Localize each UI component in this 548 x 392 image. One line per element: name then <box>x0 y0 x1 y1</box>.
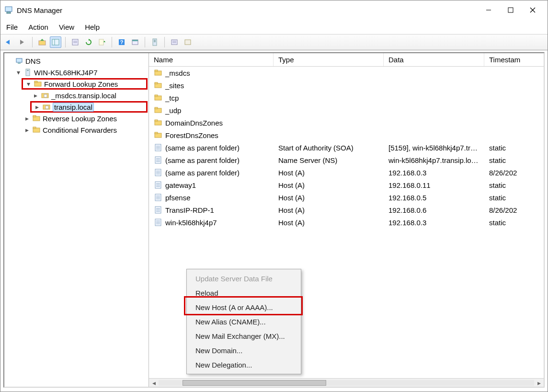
record-data: 192.168.0.11 <box>384 181 484 189</box>
svg-rect-16 <box>99 39 103 45</box>
record-icon <box>154 218 162 227</box>
record-type: Host (A) <box>274 206 384 214</box>
table-row[interactable]: pfsenseHost (A)192.168.0.5static <box>149 191 544 204</box>
titlebar: DNS Manager <box>0 0 548 20</box>
chevron-right-icon[interactable]: ▸ <box>23 127 30 133</box>
scroll-right-icon[interactable]: ▸ <box>535 380 543 386</box>
column-timestamp[interactable]: Timestam <box>484 53 544 66</box>
svg-rect-44 <box>155 70 158 71</box>
tree-server[interactable]: ▾ WIN-K5L68HKJ4P7 <box>15 67 148 78</box>
ctx-new-alias[interactable]: New Alias (CNAME)... <box>188 314 300 329</box>
svg-rect-54 <box>155 132 158 134</box>
folder-icon <box>154 93 162 102</box>
svg-rect-21 <box>132 40 138 41</box>
scroll-track[interactable] <box>159 380 534 386</box>
table-row[interactable]: ForestDnsZones <box>149 129 544 141</box>
filter-button[interactable] <box>182 36 194 48</box>
table-row[interactable]: (same as parent folder)Name Server (NS)w… <box>149 154 544 166</box>
back-button[interactable] <box>3 36 15 48</box>
toolbar-separator <box>32 37 33 47</box>
tree-zone-transip[interactable]: ▸ transip.local <box>30 101 148 113</box>
table-row[interactable]: DomainDnsZones <box>149 116 544 129</box>
tree-reverse-lookup-zones[interactable]: ▸ Reverse Lookup Zones <box>23 113 148 124</box>
record-name: gateway1 <box>165 181 196 189</box>
table-row[interactable]: gateway1Host (A)192.168.0.11static <box>149 179 544 191</box>
menu-help[interactable]: Help <box>85 23 100 31</box>
list-header: Name Type Data Timestam <box>149 53 544 67</box>
record-type: Host (A) <box>274 194 384 202</box>
chevron-down-icon[interactable]: ▾ <box>25 81 32 87</box>
tree-root-dns[interactable]: DNS <box>6 55 148 67</box>
svg-rect-32 <box>27 70 29 71</box>
chevron-right-icon[interactable]: ▸ <box>32 92 39 99</box>
server-icon-button[interactable] <box>149 36 160 48</box>
chevron-right-icon[interactable]: ▸ <box>34 104 40 110</box>
record-name: (same as parent folder) <box>165 156 240 164</box>
menu-view[interactable]: View <box>59 23 74 31</box>
up-folder-button[interactable] <box>36 36 48 48</box>
svg-rect-10 <box>52 39 59 45</box>
chevron-right-icon[interactable]: ▸ <box>23 115 30 122</box>
chevron-down-icon[interactable]: ▾ <box>15 69 22 76</box>
folder-icon <box>154 118 162 127</box>
folder-icon <box>34 80 42 88</box>
record-data: [5159], win-k5l68hkj4p7.tra... <box>384 144 484 152</box>
folder-icon <box>154 106 162 115</box>
svg-rect-38 <box>46 106 48 109</box>
svg-rect-52 <box>155 120 158 121</box>
ctx-new-domain[interactable]: New Domain... <box>188 343 300 357</box>
record-timestamp: static <box>484 194 544 202</box>
table-row[interactable]: (same as parent folder)Host (A)192.168.0… <box>149 166 544 179</box>
maximize-button[interactable] <box>500 2 522 18</box>
record-name: _tcp <box>165 94 179 102</box>
record-name: _sites <box>165 81 184 90</box>
table-row[interactable]: (same as parent folder)Start of Authorit… <box>149 141 544 154</box>
table-row[interactable]: TransIP-RDP-1Host (A)192.168.0.68/26/202 <box>149 204 544 216</box>
close-button[interactable] <box>522 2 544 18</box>
show-tree-button[interactable] <box>50 36 61 48</box>
column-type[interactable]: Type <box>274 53 384 66</box>
tree-zone-msdcs[interactable]: ▸ _msdcs.transip.local <box>32 90 148 101</box>
properties-button[interactable] <box>69 36 81 48</box>
new-window-button[interactable] <box>129 36 141 48</box>
help-button[interactable]: ? <box>116 36 127 48</box>
svg-rect-29 <box>16 58 22 62</box>
record-type: Start of Authority (SOA) <box>274 144 384 152</box>
svg-rect-1 <box>7 12 11 13</box>
ctx-new-delegation[interactable]: New Delegation... <box>188 357 300 372</box>
minimize-button[interactable] <box>478 2 500 18</box>
column-data[interactable]: Data <box>384 53 484 66</box>
tree-forward-lookup-zones[interactable]: ▾ Forward Lookup Zones <box>22 78 148 90</box>
record-data: 192.168.0.3 <box>384 169 484 177</box>
table-row[interactable]: _msdcs <box>149 67 544 79</box>
scroll-left-icon[interactable]: ◂ <box>150 380 158 386</box>
tree-pane[interactable]: DNS ▾ WIN-K5L68HKJ4P7 ▾ <box>4 53 149 387</box>
table-row[interactable]: _udp <box>149 104 544 116</box>
export-button[interactable] <box>96 36 108 48</box>
record-data: 192.168.0.6 <box>384 206 484 214</box>
scroll-thumb[interactable] <box>183 380 326 386</box>
context-menu[interactable]: Update Server Data File Reload New Host … <box>186 269 301 374</box>
record-icon <box>154 193 162 202</box>
record-timestamp: static <box>484 181 544 189</box>
menu-action[interactable]: Action <box>28 23 48 31</box>
svg-rect-40 <box>33 115 36 117</box>
svg-rect-12 <box>72 39 78 45</box>
tree-label: Reverse Lookup Zones <box>43 115 117 123</box>
horizontal-scrollbar[interactable]: ◂ ▸ <box>149 378 544 387</box>
column-name[interactable]: Name <box>149 53 274 66</box>
table-row[interactable]: _tcp <box>149 92 544 104</box>
toolbar-separator <box>145 37 145 47</box>
record-name: _msdcs <box>165 69 190 77</box>
tree-conditional-forwarders[interactable]: ▸ Conditional Forwarders <box>23 124 148 136</box>
zone-icon <box>42 103 51 111</box>
list-icon-button[interactable] <box>169 36 180 48</box>
record-timestamp: static <box>484 156 544 164</box>
ctx-new-mx[interactable]: New Mail Exchanger (MX)... <box>188 329 300 343</box>
record-name: TransIP-RDP-1 <box>165 206 214 214</box>
menu-file[interactable]: File <box>6 23 18 31</box>
forward-button[interactable] <box>17 36 28 48</box>
refresh-button[interactable] <box>83 36 94 48</box>
table-row[interactable]: _sites <box>149 79 544 92</box>
table-row[interactable]: win-k5l68hkj4p7Host (A)192.168.0.3static <box>149 216 544 229</box>
